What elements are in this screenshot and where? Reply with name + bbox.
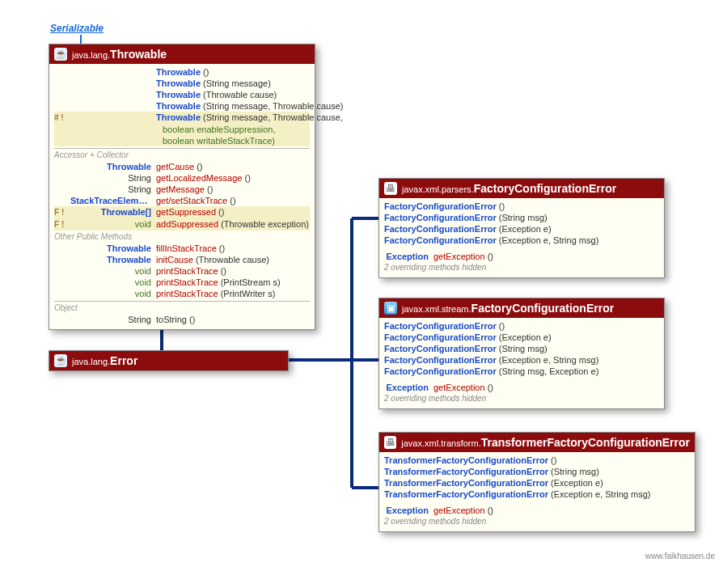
hidden-note: 2 overriding methods hidden: [384, 393, 659, 404]
class-name[interactable]: Error: [110, 354, 137, 367]
ctor[interactable]: FactoryConfigurationError: [384, 366, 497, 377]
return-type[interactable]: Exception: [384, 251, 433, 262]
return-type[interactable]: Exception: [384, 505, 433, 516]
pkg-text: java.lang.: [72, 50, 110, 60]
class-name[interactable]: FactoryConfigurationError: [474, 182, 617, 195]
ctor[interactable]: FactoryConfigurationError: [384, 320, 497, 332]
method[interactable]: getCause: [156, 162, 194, 171]
method[interactable]: fillInStackTrace: [156, 243, 217, 253]
method[interactable]: printStackTrace: [156, 289, 218, 298]
class-throwable: ☕ java.lang.Throwable Throwable () Throw…: [49, 44, 315, 330]
class-error: ☕ java.lang.Error: [49, 350, 289, 371]
method[interactable]: get/setStackTrace: [156, 196, 227, 205]
ctor[interactable]: FactoryConfigurationError: [384, 223, 497, 235]
print-icon: 🖶: [384, 436, 396, 449]
return-type[interactable]: Throwable: [70, 161, 156, 172]
return-type[interactable]: Throwable: [70, 254, 156, 265]
method[interactable]: initCause: [156, 255, 193, 264]
ctor[interactable]: FactoryConfigurationError: [384, 332, 497, 343]
hidden-note: 2 overriding methods hidden: [384, 262, 659, 273]
ctor[interactable]: Throwable: [156, 112, 201, 122]
return-type: void: [70, 277, 156, 288]
class-header-throwable: ☕ java.lang.Throwable: [49, 44, 315, 64]
return-type[interactable]: Exception: [384, 382, 433, 393]
ctor[interactable]: FactoryConfigurationError: [384, 235, 497, 246]
class-header-fce-stream: ▣ javax.xml.stream.FactoryConfigurationE…: [379, 298, 664, 318]
java-icon: ☕: [54, 48, 67, 61]
class-body: FactoryConfigurationError () FactoryConf…: [379, 198, 664, 277]
method[interactable]: getLocalizedMessage: [156, 173, 242, 183]
class-name[interactable]: FactoryConfigurationError: [471, 302, 615, 315]
return-type: void: [70, 288, 156, 299]
class-fce-parsers: 🖶 javax.xml.parsers.FactoryConfiguration…: [378, 178, 665, 278]
method[interactable]: getException: [433, 383, 485, 392]
ctor[interactable]: FactoryConfigurationError: [384, 354, 497, 366]
method[interactable]: getMessage: [156, 184, 205, 194]
ctor[interactable]: Throwable: [156, 67, 201, 77]
method[interactable]: getSuppressed: [156, 207, 216, 217]
class-header-fce-parsers: 🖶 javax.xml.parsers.FactoryConfiguration…: [379, 179, 664, 198]
class-header-error: ☕ java.lang.Error: [49, 351, 288, 370]
ctor-param: boolean enableSuppression,: [163, 124, 275, 135]
ctor[interactable]: Throwable: [156, 101, 201, 111]
ctor[interactable]: FactoryConfigurationError: [384, 343, 497, 354]
return-type[interactable]: Throwable: [70, 243, 156, 254]
class-name[interactable]: TransformerFactoryConfigurationError: [481, 436, 690, 449]
ctor[interactable]: Throwable: [156, 78, 201, 88]
class-body: FactoryConfigurationError () FactoryConf…: [379, 318, 664, 408]
class-tfce: 🖶 javax.xml.transform.TransformerFactory…: [378, 432, 696, 532]
ctor[interactable]: FactoryConfigurationError: [384, 201, 497, 212]
method[interactable]: printStackTrace: [156, 277, 218, 287]
method[interactable]: toString: [156, 315, 187, 324]
ctor[interactable]: TransformerFactoryConfigurationError: [384, 477, 548, 489]
ctor[interactable]: TransformerFactoryConfigurationError: [384, 466, 548, 477]
pkg-text: javax.xml.transform.: [401, 438, 480, 448]
return-type[interactable]: Throwable[]: [70, 206, 156, 218]
hidden-note: 2 overriding methods hidden: [384, 516, 690, 527]
class-fce-stream: ▣ javax.xml.stream.FactoryConfigurationE…: [378, 298, 665, 409]
pkg-text: javax.xml.stream.: [402, 304, 471, 314]
return-type: void: [70, 265, 156, 277]
ctor[interactable]: TransformerFactoryConfigurationError: [384, 455, 548, 466]
pkg-text: java.lang.: [72, 357, 110, 366]
modifier: F !: [54, 219, 70, 231]
return-type: String: [70, 172, 156, 184]
modifier: # !: [54, 112, 70, 124]
section-accessor: Accessor + Collector: [54, 150, 310, 161]
method[interactable]: getException: [433, 252, 485, 261]
method[interactable]: getException: [433, 506, 485, 515]
ctor-param: boolean writableStackTrace): [163, 135, 275, 146]
return-type: String: [70, 184, 156, 195]
return-type: void: [70, 218, 156, 230]
print-icon: 🖶: [384, 182, 397, 195]
class-header-tfce: 🖶 javax.xml.transform.TransformerFactory…: [379, 433, 695, 452]
stream-icon: ▣: [384, 302, 397, 315]
method[interactable]: addSuppressed: [156, 219, 218, 229]
pkg-text: javax.xml.parsers.: [402, 184, 474, 194]
section-other: Other Public Methods: [54, 231, 310, 243]
return-type: String: [70, 314, 156, 325]
return-type[interactable]: StackTraceElement[]: [70, 195, 156, 206]
credit-link[interactable]: www.falkhausen.de: [645, 552, 715, 561]
interface-serializable[interactable]: Serializable: [50, 23, 104, 34]
java-icon: ☕: [54, 354, 67, 367]
method[interactable]: printStackTrace: [156, 266, 218, 276]
section-object: Object: [54, 302, 310, 314]
ctor[interactable]: Throwable: [156, 90, 201, 99]
class-body-throwable: Throwable () Throwable (String message) …: [49, 64, 315, 329]
ctor[interactable]: FactoryConfigurationError: [384, 212, 497, 223]
class-body: TransformerFactoryConfigurationError () …: [379, 452, 695, 531]
class-name[interactable]: Throwable: [110, 48, 167, 61]
modifier: F !: [54, 207, 70, 218]
ctor[interactable]: TransformerFactoryConfigurationError: [384, 489, 548, 500]
